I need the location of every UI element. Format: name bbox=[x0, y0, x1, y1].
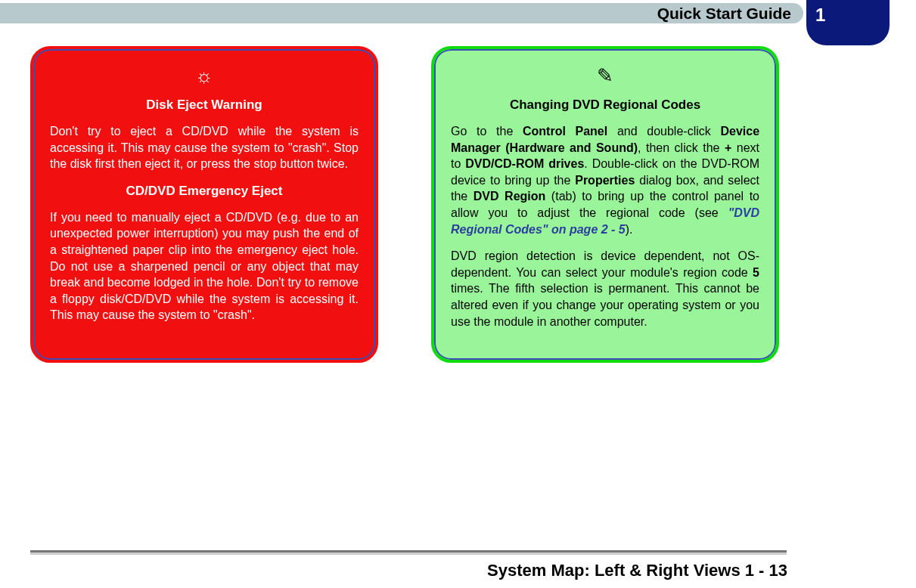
warning-box: ☼ Disk Eject Warning Don't try to eject … bbox=[30, 46, 378, 363]
warning-title-1: Disk Eject Warning bbox=[50, 97, 359, 114]
warning-title-2: CD/DVD Emergency Eject bbox=[50, 183, 359, 200]
chapter-tab: 1 bbox=[806, 0, 890, 45]
text: Go to the bbox=[451, 125, 523, 138]
content-area: ☼ Disk Eject Warning Don't try to eject … bbox=[0, 23, 916, 363]
text: DVD region detection is device dependent… bbox=[451, 249, 759, 279]
text: times. The fifth selection is permanent.… bbox=[451, 282, 759, 327]
note-para-2: DVD region detection is device dependent… bbox=[451, 248, 759, 330]
note-title: Changing DVD Regional Codes bbox=[451, 97, 759, 114]
warning-para-2: If you need to manually eject a CD/DVD (… bbox=[50, 209, 359, 323]
text: ). bbox=[626, 223, 633, 236]
warning-para-1: Don't try to eject a CD/DVD while the sy… bbox=[50, 123, 359, 172]
text-bold: Properties bbox=[575, 174, 635, 187]
note-box: ✎ Changing DVD Regional Codes Go to the … bbox=[431, 46, 779, 363]
header-title: Quick Start Guide bbox=[657, 5, 791, 23]
text-bold: DVD Region bbox=[474, 190, 546, 203]
footer-text: System Map: Left & Right Views 1 - 13 bbox=[0, 555, 916, 580]
note-icon: ✎ bbox=[451, 63, 759, 89]
warning-icon: ☼ bbox=[50, 63, 359, 89]
footer: System Map: Left & Right Views 1 - 13 bbox=[0, 550, 916, 580]
header-bar: Quick Start Guide bbox=[0, 3, 803, 23]
note-para-1: Go to the Control Panel and double-click… bbox=[451, 123, 759, 237]
chapter-number: 1 bbox=[815, 5, 825, 26]
text: , then click the bbox=[638, 141, 725, 154]
text-bold: Control Panel bbox=[523, 125, 607, 138]
text-bold: DVD/CD-ROM drives bbox=[465, 157, 584, 170]
text-bold: 5 bbox=[753, 266, 759, 279]
text: and double-click bbox=[607, 125, 720, 138]
text-bold: + bbox=[725, 141, 731, 154]
